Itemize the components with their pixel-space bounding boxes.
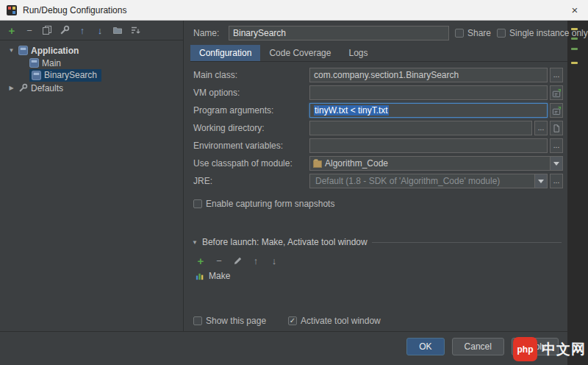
sort-configurations-button[interactable]	[128, 23, 143, 38]
jre-row: JRE: Default (1.8 - SDK of 'Algorithm_Co…	[193, 174, 566, 188]
create-folder-button[interactable]	[110, 23, 125, 38]
checkbox-box-checked: ✓	[288, 316, 297, 325]
tab-logs[interactable]: Logs	[340, 45, 376, 61]
tab-configuration[interactable]: Configuration	[190, 45, 260, 61]
move-task-up-button[interactable]: ↑	[248, 253, 263, 268]
remove-icon: −	[26, 25, 32, 36]
application-type-icon	[18, 46, 28, 55]
tree-item-label: Defaults	[31, 83, 63, 93]
tree-item-application[interactable]: ▼ Application	[0, 44, 183, 57]
checkbox-box	[497, 29, 506, 38]
ellipsis-icon: ...	[553, 142, 559, 149]
environment-variables-row: Environment variables: ...	[193, 138, 566, 153]
tree-item-binarysearch-selected[interactable]: BinarySearch	[0, 69, 183, 82]
chevron-down-icon[interactable]	[550, 157, 562, 170]
folder-icon	[112, 25, 123, 35]
add-icon: +	[198, 255, 204, 267]
working-directory-browse-button[interactable]: ...	[534, 121, 548, 135]
dialog-title-bar: Run/Debug Configurations ×	[0, 0, 588, 21]
checkbox-box	[455, 29, 464, 38]
section-collapse-icon[interactable]: ▼	[192, 239, 198, 246]
edit-task-button[interactable]	[230, 253, 245, 268]
move-task-down-button[interactable]: ↓	[267, 253, 282, 268]
footer-checkboxes: Show this page ✓ Activate tool window	[193, 316, 381, 326]
main-class-field[interactable]: com.company.section1.BinarySearch	[309, 68, 548, 82]
tree-selection-highlight: BinarySearch	[29, 69, 101, 82]
expand-field-icon	[552, 106, 562, 116]
dialog-button-bar: OK Cancel Apply	[0, 331, 567, 365]
copy-configuration-button[interactable]	[40, 23, 54, 38]
arrow-down-icon: ↓	[98, 25, 103, 36]
enable-snapshots-checkbox[interactable]: Enable capturing form snapshots	[193, 199, 334, 209]
program-arguments-expand-button[interactable]	[550, 103, 563, 118]
dialog-title: Run/Debug Configurations	[23, 5, 126, 15]
main-class-browse-button[interactable]: ...	[550, 68, 563, 82]
app-logo-icon	[7, 5, 17, 15]
close-icon[interactable]: ×	[562, 0, 588, 21]
collapse-arrow-icon[interactable]: ▶	[7, 85, 15, 91]
working-directory-field[interactable]	[309, 121, 532, 135]
insert-macro-button[interactable]	[550, 121, 563, 135]
tree-item-main[interactable]: Main	[0, 57, 183, 69]
move-up-button[interactable]: ↑	[75, 23, 90, 38]
name-label: Name:	[193, 28, 223, 38]
activate-tool-window-checkbox[interactable]: ✓ Activate tool window	[288, 316, 381, 326]
name-field[interactable]: BinarySearch	[229, 26, 449, 40]
editor-stripe-mark	[571, 48, 578, 50]
tab-bar: Configuration Code Coverage Logs	[190, 45, 567, 62]
arrow-down-icon: ↓	[272, 255, 277, 266]
ellipsis-icon: ...	[538, 124, 544, 132]
remove-configuration-button[interactable]: −	[22, 23, 37, 38]
jre-browse-button[interactable]: ...	[550, 174, 563, 188]
vm-options-label: VM options:	[193, 88, 309, 98]
section-separator-line	[372, 242, 562, 243]
tree-toolbar: + − ↑ ↓	[0, 21, 183, 40]
ide-background-strip	[567, 21, 588, 365]
tab-code-coverage[interactable]: Code Coverage	[260, 45, 340, 61]
remove-task-button[interactable]: −	[212, 253, 226, 268]
arrow-up-icon: ↑	[80, 25, 85, 36]
module-icon	[313, 159, 323, 169]
tree-item-label: BinarySearch	[44, 70, 97, 80]
watermark-text: 中文网	[542, 340, 586, 359]
pencil-icon	[233, 256, 243, 266]
classpath-module-combobox[interactable]: Algorithm_Code	[309, 156, 563, 171]
environment-variables-field[interactable]	[309, 138, 548, 153]
activate-tool-window-label: Activate tool window	[301, 316, 381, 326]
use-classpath-row: Use classpath of module: Algorithm_Code	[193, 156, 566, 171]
share-label: Share	[467, 28, 491, 38]
edit-defaults-button[interactable]	[57, 23, 72, 38]
program-arguments-row: Program arguments: tinyW.txt < tinyT.txt	[193, 103, 566, 118]
environment-variables-label: Environment variables:	[193, 141, 309, 151]
single-instance-checkbox[interactable]: Single instance only	[497, 28, 588, 38]
add-configuration-button[interactable]: +	[4, 23, 19, 38]
environment-variables-browse-button[interactable]: ...	[550, 138, 563, 153]
vm-options-row: VM options:	[193, 85, 566, 100]
share-checkbox[interactable]: Share	[455, 28, 491, 38]
show-this-page-checkbox[interactable]: Show this page	[193, 316, 266, 326]
before-launch-task-make[interactable]: Make	[195, 271, 230, 281]
tree-item-defaults[interactable]: ▶ Defaults	[0, 82, 183, 94]
cancel-button[interactable]: Cancel	[452, 338, 504, 355]
show-this-page-label: Show this page	[206, 316, 266, 326]
expand-arrow-icon[interactable]: ▼	[7, 47, 15, 54]
add-icon: +	[9, 24, 15, 37]
configuration-editor-panel: Name: BinarySearch Share Single instance…	[184, 21, 567, 331]
check-icon: ✓	[290, 317, 295, 325]
php-cn-watermark: php 中文网	[513, 337, 586, 361]
ok-button[interactable]: OK	[406, 338, 444, 355]
working-directory-row: Working directory: ...	[193, 121, 566, 135]
vm-options-expand-button[interactable]	[550, 85, 563, 100]
move-down-button[interactable]: ↓	[93, 23, 107, 38]
add-task-button[interactable]: +	[193, 253, 208, 268]
before-launch-header[interactable]: ▼ Before launch: Make, Activate tool win…	[192, 237, 562, 247]
program-arguments-field[interactable]: tinyW.txt < tinyT.txt	[309, 103, 548, 118]
document-icon	[552, 124, 561, 133]
chevron-down-icon[interactable]	[534, 174, 547, 188]
before-launch-toolbar: + − ↑ ↓	[193, 253, 282, 268]
vm-options-field[interactable]	[309, 85, 548, 100]
program-arguments-label: Program arguments:	[193, 105, 309, 116]
jre-combobox[interactable]: Default (1.8 - SDK of 'Algorithm_Code' m…	[309, 174, 548, 188]
main-class-label: Main class:	[193, 70, 309, 80]
arrow-up-icon: ↑	[254, 255, 259, 266]
